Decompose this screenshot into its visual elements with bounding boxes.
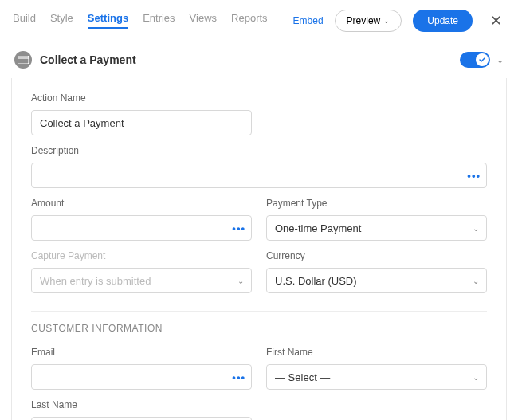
update-button[interactable]: Update [413,10,473,32]
divider [31,311,487,312]
description-input[interactable] [31,163,487,188]
tab-build[interactable]: Build [13,12,36,29]
tab-settings[interactable]: Settings [88,12,128,29]
payment-icon [14,51,32,69]
embed-link[interactable]: Embed [293,15,324,26]
payment-type-select[interactable] [266,215,487,241]
tab-views[interactable]: Views [190,12,217,29]
collapse-icon[interactable]: ⌄ [496,55,504,65]
preview-label: Preview [347,15,381,26]
preview-button[interactable]: Preview ⌄ [335,10,402,32]
check-icon [478,56,486,64]
tab-reports[interactable]: Reports [231,12,268,29]
panel-title: Collect a Payment [40,53,136,66]
amount-input[interactable] [31,215,252,241]
capture-payment-label: Capture Payment [31,250,252,261]
close-icon[interactable]: ✕ [487,9,505,33]
last-name-select[interactable] [31,417,252,420]
svg-rect-0 [18,56,29,64]
tab-entries[interactable]: Entries [143,12,175,29]
chevron-down-icon: ⌄ [383,17,390,25]
tab-style[interactable]: Style [50,12,73,29]
section-title: CUSTOMER INFORMATION [31,323,487,334]
action-name-label: Action Name [31,92,252,104]
last-name-label: Last Name [31,399,252,410]
action-name-input[interactable] [31,110,252,135]
merge-tags-icon[interactable]: ••• [232,371,245,383]
first-name-label: First Name [266,347,487,358]
email-input[interactable] [31,364,252,390]
description-label: Description [31,145,487,156]
enable-toggle[interactable] [460,52,490,68]
merge-tags-icon[interactable]: ••• [467,170,481,182]
merge-tags-icon[interactable]: ••• [232,222,245,234]
toggle-knob [476,53,489,66]
currency-select[interactable] [266,268,487,293]
capture-payment-select [31,268,252,293]
email-label: Email [31,347,252,358]
first-name-select[interactable] [266,364,487,390]
amount-label: Amount [31,198,252,209]
payment-type-label: Payment Type [266,198,487,209]
currency-label: Currency [266,250,487,261]
